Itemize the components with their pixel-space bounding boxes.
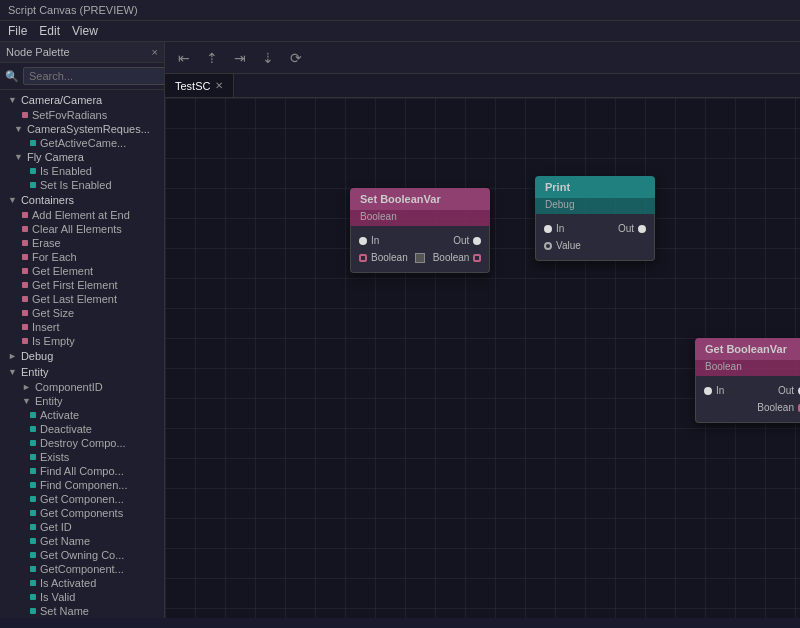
- item-activate[interactable]: Activate: [0, 408, 164, 422]
- node-subtitle: Boolean: [360, 211, 397, 222]
- item-deactivate[interactable]: Deactivate: [0, 422, 164, 436]
- menu-edit[interactable]: Edit: [39, 24, 60, 38]
- item-getlast[interactable]: Get Last Element: [0, 292, 164, 306]
- category-camera[interactable]: ▼ Camera/Camera: [0, 92, 164, 108]
- port-label: In: [556, 223, 564, 234]
- item-getfirst[interactable]: Get First Element: [0, 278, 164, 292]
- item-setfovradians[interactable]: SetFovRadians: [0, 108, 164, 122]
- item-erase[interactable]: Erase: [0, 236, 164, 250]
- in-exec-port[interactable]: In: [544, 223, 564, 234]
- dot-icon: [22, 212, 28, 218]
- item-get-name[interactable]: Get Name: [0, 534, 164, 548]
- canvas-area[interactable]: ⇤ ⇡ ⇥ ⇣ ⟳ TestSC ✕: [165, 42, 800, 618]
- refresh-icon[interactable]: ⟳: [285, 47, 307, 69]
- canvas-content[interactable]: Set BooleanVar Boolean In Out: [165, 98, 800, 618]
- item-entity-sub[interactable]: ▼ Entity: [0, 394, 164, 408]
- item-is-activated[interactable]: Is Activated: [0, 576, 164, 590]
- value-port[interactable]: Value: [544, 240, 581, 251]
- item-label: Set Name: [40, 605, 89, 617]
- arrow-componentid: ►: [22, 382, 31, 392]
- item-setisenabled[interactable]: Set Is Enabled: [0, 178, 164, 192]
- node-palette-header: Node Palette ×: [0, 42, 164, 63]
- node-set-boolvar-header: Set BooleanVar: [350, 188, 490, 210]
- item-destroy-compo[interactable]: Destroy Compo...: [0, 436, 164, 450]
- port-label: In: [371, 235, 379, 246]
- item-getactivecame[interactable]: GetActiveCame...: [0, 136, 164, 150]
- item-isenabled[interactable]: Is Enabled: [0, 164, 164, 178]
- item-get-componen[interactable]: Get Componen...: [0, 492, 164, 506]
- dot-icon: [30, 182, 36, 188]
- item-label: SetFovRadians: [32, 109, 107, 121]
- menu-view[interactable]: View: [72, 24, 98, 38]
- bool-checkbox[interactable]: [415, 253, 425, 263]
- category-debug[interactable]: ► Debug: [0, 348, 164, 364]
- out-bool-port[interactable]: Boolean: [433, 252, 482, 263]
- search-icon: 🔍: [5, 70, 19, 83]
- item-label: Activate: [40, 409, 79, 421]
- item-label: Deactivate: [40, 423, 92, 435]
- palette-close-icon[interactable]: ×: [152, 46, 158, 58]
- out-exec-port[interactable]: Out: [778, 385, 800, 396]
- item-foreach[interactable]: For Each: [0, 250, 164, 264]
- align-left-icon[interactable]: ⇤: [173, 47, 195, 69]
- item-exists[interactable]: Exists: [0, 450, 164, 464]
- search-input[interactable]: [23, 67, 165, 85]
- item-get-id[interactable]: Get ID: [0, 520, 164, 534]
- item-findall-compo[interactable]: Find All Compo...: [0, 464, 164, 478]
- align-top-icon[interactable]: ⇡: [201, 47, 223, 69]
- node-get-boolvar[interactable]: Get BooleanVar Boolean In Out: [695, 338, 800, 423]
- item-is-valid[interactable]: Is Valid: [0, 590, 164, 604]
- menu-bar: File Edit View: [0, 21, 800, 42]
- dot-icon: [22, 240, 28, 246]
- sub-camerasystem[interactable]: ▼ CameraSystemReques...: [0, 122, 164, 136]
- tab-close-icon[interactable]: ✕: [215, 80, 223, 91]
- node-sub: Boolean: [350, 210, 490, 226]
- node-sub: Debug: [535, 198, 655, 214]
- in-bool-port[interactable]: Boolean: [359, 252, 425, 263]
- item-getelement[interactable]: Get Element: [0, 264, 164, 278]
- category-containers[interactable]: ▼ Containers: [0, 192, 164, 208]
- node-body: In Out Value: [535, 214, 655, 261]
- in-exec-port[interactable]: In: [704, 385, 724, 396]
- dot-icon: [22, 268, 28, 274]
- out-exec-port[interactable]: Out: [453, 235, 481, 246]
- category-debug-label: Debug: [21, 350, 53, 362]
- dot-icon: [22, 254, 28, 260]
- category-entity[interactable]: ▼ Entity: [0, 364, 164, 380]
- item-isempty[interactable]: Is Empty: [0, 334, 164, 348]
- item-clear-all[interactable]: Clear All Elements: [0, 222, 164, 236]
- dot-icon: [30, 538, 36, 544]
- item-find-componen[interactable]: Find Componen...: [0, 478, 164, 492]
- node-print[interactable]: Print Debug In Out: [535, 176, 655, 261]
- align-right-icon[interactable]: ⇥: [229, 47, 251, 69]
- item-getcomponent2[interactable]: GetComponent...: [0, 562, 164, 576]
- main-layout: Node Palette × 🔍 ✕ + ▼ Camera/Camera Set…: [0, 42, 800, 618]
- item-add-element[interactable]: Add Element at End: [0, 208, 164, 222]
- item-set-name[interactable]: Set Name: [0, 604, 164, 618]
- sub-label: Fly Camera: [27, 151, 84, 163]
- item-label: GetComponent...: [40, 563, 124, 575]
- in-exec-port[interactable]: In: [359, 235, 379, 246]
- menu-file[interactable]: File: [8, 24, 27, 38]
- item-componentid[interactable]: ► ComponentID: [0, 380, 164, 394]
- item-insert[interactable]: Insert: [0, 320, 164, 334]
- port-dot: [704, 387, 712, 395]
- node-set-boolvar[interactable]: Set BooleanVar Boolean In Out: [350, 188, 490, 273]
- tab-testsc[interactable]: TestSC ✕: [165, 74, 234, 97]
- out-exec-port[interactable]: Out: [618, 223, 646, 234]
- arrow-flycamera: ▼: [14, 152, 23, 162]
- item-get-components[interactable]: Get Components: [0, 506, 164, 520]
- item-get-owning[interactable]: Get Owning Co...: [0, 548, 164, 562]
- item-label: Add Element at End: [32, 209, 130, 221]
- item-label: For Each: [32, 251, 77, 263]
- item-label: Is Empty: [32, 335, 75, 347]
- dot-icon: [30, 566, 36, 572]
- port-label: Out: [453, 235, 469, 246]
- out-bool-port[interactable]: Boolean: [757, 402, 800, 413]
- align-bottom-icon[interactable]: ⇣: [257, 47, 279, 69]
- item-getsize[interactable]: Get Size: [0, 306, 164, 320]
- item-label: Destroy Compo...: [40, 437, 126, 449]
- port-dot: [359, 254, 367, 262]
- sub-flycamera[interactable]: ▼ Fly Camera: [0, 150, 164, 164]
- value-row: Value: [536, 237, 654, 254]
